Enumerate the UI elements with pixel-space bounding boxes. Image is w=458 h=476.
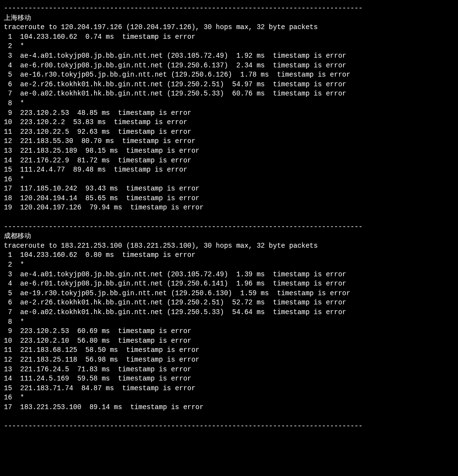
traceroute-hop: 19 120.204.197.126 79.94 ms timestamp is… xyxy=(4,203,454,213)
traceroute-hop: 2 * xyxy=(4,260,454,270)
blank-line xyxy=(4,213,454,222)
traceroute-hop: 11 221.183.68.125 58.50 ms timestamp is … xyxy=(4,346,454,355)
traceroute-hop: 9 223.120.2.53 48.85 ms timestamp is err… xyxy=(4,109,454,118)
traceroute-hop: 4 ae-6.r00.tokyjp08.jp.bb.gin.ntt.net (1… xyxy=(4,61,454,71)
traceroute-hop: 3 ae-4.a01.tokyjp08.jp.bb.gin.ntt.net (2… xyxy=(4,51,454,61)
traceroute-hop: 14 111.24.5.169 59.58 ms timestamp is er… xyxy=(4,374,454,384)
traceroute-hop: 11 223.120.22.5 92.63 ms timestamp is er… xyxy=(4,127,454,137)
traceroute-hop: 8 * xyxy=(4,99,454,109)
traceroute-hop: 12 221.183.55.30 80.70 ms timestamp is e… xyxy=(4,137,454,146)
traceroute-hop: 5 ae-19.r30.tokyjp05.jp.bb.gin.ntt.net (… xyxy=(4,289,454,299)
traceroute-hop: 15 221.183.71.74 84.87 ms timestamp is e… xyxy=(4,384,454,394)
traceroute-hop: 18 120.204.194.14 85.65 ms timestamp is … xyxy=(4,194,454,204)
traceroute-hop: 1 104.233.160.62 0.74 ms timestamp is er… xyxy=(4,32,454,42)
traceroute-hop: 6 ae-2.r26.tkokhk01.hk.bb.gin.ntt.net (1… xyxy=(4,298,454,308)
section-divider: ----------------------------------------… xyxy=(4,4,454,14)
section-divider: ----------------------------------------… xyxy=(4,222,454,232)
traceroute-header: traceroute to 183.221.253.100 (183.221.2… xyxy=(4,241,454,251)
section-title: 成都移动 xyxy=(4,232,454,241)
traceroute-hop: 16 * xyxy=(4,175,454,185)
traceroute-hop: 16 * xyxy=(4,393,454,403)
traceroute-hop: 13 221.183.25.189 98.15 ms timestamp is … xyxy=(4,146,454,156)
traceroute-hop: 10 223.120.2.2 53.83 ms timestamp is err… xyxy=(4,118,454,127)
traceroute-hop: 2 * xyxy=(4,42,454,51)
traceroute-hop: 7 ae-0.a02.tkokhk01.hk.bb.gin.ntt.net (1… xyxy=(4,308,454,317)
traceroute-hop: 10 223.120.2.10 56.80 ms timestamp is er… xyxy=(4,336,454,346)
traceroute-hop: 4 ae-6.r01.tokyjp08.jp.bb.gin.ntt.net (1… xyxy=(4,279,454,289)
traceroute-hop: 9 223.120.2.53 60.69 ms timestamp is err… xyxy=(4,327,454,336)
traceroute-hop: 7 ae-0.a02.tkokhk01.hk.bb.gin.ntt.net (1… xyxy=(4,89,454,99)
traceroute-hop: 17 183.221.253.100 89.14 ms timestamp is… xyxy=(4,403,454,413)
traceroute-hop: 12 221.183.25.118 56.98 ms timestamp is … xyxy=(4,355,454,365)
traceroute-hop: 15 111.24.4.77 89.48 ms timestamp is err… xyxy=(4,165,454,175)
traceroute-hop: 14 221.176.22.9 81.72 ms timestamp is er… xyxy=(4,156,454,166)
blank-line xyxy=(4,413,454,422)
traceroute-hop: 5 ae-16.r30.tokyjp05.jp.bb.gin.ntt.net (… xyxy=(4,70,454,80)
traceroute-hop: 3 ae-4.a01.tokyjp08.jp.bb.gin.ntt.net (2… xyxy=(4,270,454,280)
traceroute-hop: 8 * xyxy=(4,317,454,327)
traceroute-hop: 6 ae-2.r26.tkokhk01.hk.bb.gin.ntt.net (1… xyxy=(4,80,454,90)
traceroute-hop: 13 221.176.24.5 71.83 ms timestamp is er… xyxy=(4,365,454,375)
section-divider: ----------------------------------------… xyxy=(4,422,454,431)
terminal-output: ----------------------------------------… xyxy=(4,4,454,431)
traceroute-hop: 1 104.233.160.62 0.80 ms timestamp is er… xyxy=(4,251,454,260)
section-title: 上海移动 xyxy=(4,14,454,23)
traceroute-hop: 17 117.185.10.242 93.43 ms timestamp is … xyxy=(4,184,454,194)
traceroute-header: traceroute to 120.204.197.126 (120.204.1… xyxy=(4,23,454,32)
